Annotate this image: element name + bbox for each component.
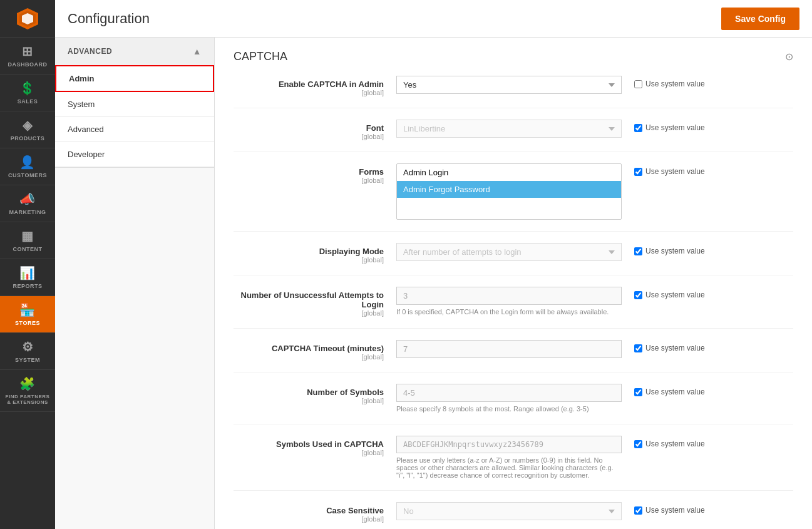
form-row-font: Font [global] LinLibertine Use system va…	[234, 120, 793, 152]
marketing-icon: 📣	[19, 192, 36, 207]
left-nav-item-system[interactable]: System	[55, 92, 214, 117]
displaying-mode-select[interactable]: After number of attempts to login Always	[396, 243, 622, 261]
form-control-number-of-symbols: Please specify 8 symbols at the most. Ra…	[396, 384, 622, 413]
dashboard-icon: ⊞	[22, 44, 33, 59]
left-nav-item-advanced[interactable]: Advanced	[55, 117, 214, 142]
enable-captcha-select[interactable]: Yes No	[396, 76, 622, 94]
sidebar-item-sales[interactable]: 💲 Sales	[0, 74, 55, 111]
form-control-case-sensitive: No Yes	[396, 502, 622, 520]
form-row-unsuccessful-attempts: Number of Unsuccessful Attempts to Login…	[234, 287, 793, 329]
sales-icon: 💲	[19, 81, 36, 96]
main-panel: CAPTCHA ⊙ Enable CAPTCHA in Admin [globa…	[215, 38, 812, 529]
form-row-number-of-symbols: Number of Symbols [global] Please specif…	[234, 384, 793, 424]
form-control-enable-captcha: Yes No	[396, 76, 622, 94]
left-nav-item-admin[interactable]: Admin	[55, 65, 214, 92]
system-value-checkbox-displaying-mode[interactable]	[634, 247, 642, 255]
main-container: Configuration Save Config Advanced ▲ Adm…	[55, 0, 812, 529]
system-value-checkbox-captcha-timeout[interactable]	[634, 344, 642, 352]
sidebar-item-label: Marketing	[9, 209, 46, 215]
form-control-font: LinLibertine	[396, 120, 622, 138]
left-nav-item-developer[interactable]: Developer	[55, 142, 214, 167]
sidebar-item-products[interactable]: ◈ Products	[0, 111, 55, 148]
symbols-used-hint: Please use only letters (a-z or A-Z) or …	[396, 456, 622, 479]
content-icon: ▦	[21, 229, 34, 244]
section-collapse-icon[interactable]: ⊙	[785, 51, 793, 63]
form-label-symbols-used: Symbols Used in CAPTCHA [global]	[234, 436, 396, 456]
sidebar-item-dashboard[interactable]: ⊞ Dashboard	[0, 38, 55, 74]
system-value-checkbox-number-of-symbols[interactable]	[634, 388, 642, 396]
form-control-unsuccessful-attempts: If 0 is specified, CAPTCHA on the Login …	[396, 287, 622, 316]
reports-icon: 📊	[19, 265, 36, 280]
system-icon: ⚙	[22, 339, 34, 354]
form-row-displaying-mode: Displaying Mode [global] After number of…	[234, 243, 793, 275]
system-value-font: Use system value	[634, 120, 705, 132]
system-value-checkbox-case-sensitive[interactable]	[634, 506, 642, 515]
unsuccessful-attempts-input[interactable]	[396, 287, 622, 305]
sidebar-item-label: Reports	[13, 283, 42, 289]
top-header: Configuration Save Config	[55, 0, 812, 38]
stores-icon: 🏪	[19, 302, 36, 317]
system-value-forms: Use system value	[634, 163, 705, 176]
left-nav-advanced-section: Advanced ▲ Admin System Advanced Develop…	[55, 38, 214, 168]
symbols-used-input[interactable]	[396, 436, 622, 453]
captcha-timeout-input[interactable]	[396, 340, 622, 358]
sidebar-item-content[interactable]: ▦ Content	[0, 222, 55, 259]
content-area: Advanced ▲ Admin System Advanced Develop…	[55, 38, 812, 529]
form-label-captcha-timeout: CAPTCHA Timeout (minutes) [global]	[234, 340, 396, 361]
forms-option-admin-login[interactable]: Admin Login	[397, 164, 621, 181]
save-config-button[interactable]: Save Config	[721, 8, 799, 30]
sidebar-item-system[interactable]: ⚙ System	[0, 333, 55, 370]
customers-icon: 👤	[19, 155, 36, 170]
forms-option-admin-forgot-password[interactable]: Admin Forgot Password	[397, 181, 621, 198]
chevron-up-icon: ▲	[193, 46, 202, 56]
forms-listbox[interactable]: Admin Login Admin Forgot Password	[396, 163, 622, 220]
sidebar-item-label: Products	[11, 135, 45, 141]
system-value-symbols-used: Use system value	[634, 436, 705, 448]
left-nav: Advanced ▲ Admin System Advanced Develop…	[55, 38, 215, 529]
system-value-checkbox-unsuccessful-attempts[interactable]	[634, 291, 642, 299]
form-control-displaying-mode: After number of attempts to login Always	[396, 243, 622, 261]
sidebar-item-label: System	[15, 357, 40, 363]
sidebar-item-partners[interactable]: 🧩 Find Partners & Extensions	[0, 370, 55, 412]
sidebar: ⊞ Dashboard 💲 Sales ◈ Products 👤 Custome…	[0, 0, 55, 529]
font-select[interactable]: LinLibertine	[396, 120, 622, 138]
section-header-label: Advanced	[68, 47, 112, 56]
sidebar-item-customers[interactable]: 👤 Customers	[0, 148, 55, 185]
system-value-displaying-mode: Use system value	[634, 243, 705, 255]
form-row-enable-captcha: Enable CAPTCHA in Admin [global] Yes No …	[234, 76, 793, 108]
form-control-forms: Admin Login Admin Forgot Password	[396, 163, 622, 220]
system-value-enable-captcha: Use system value	[634, 76, 705, 88]
form-control-captcha-timeout	[396, 340, 622, 358]
unsuccessful-attempts-hint: If 0 is specified, CAPTCHA on the Login …	[396, 308, 622, 316]
form-row-case-sensitive: Case Sensitive [global] No Yes Use syste…	[234, 502, 793, 529]
products-icon: ◈	[23, 118, 33, 133]
page-title: Configuration	[68, 11, 150, 27]
sidebar-item-label: Sales	[18, 98, 38, 105]
form-label-case-sensitive: Case Sensitive [global]	[234, 502, 396, 523]
form-row-forms: Forms [global] Admin Login Admin Forgot …	[234, 163, 793, 232]
left-nav-section-header[interactable]: Advanced ▲	[55, 38, 214, 65]
form-label-enable-captcha: Enable CAPTCHA in Admin [global]	[234, 76, 396, 96]
system-value-checkbox-enable-captcha[interactable]	[634, 80, 642, 88]
sidebar-item-label: Customers	[8, 172, 47, 178]
system-value-checkbox-forms[interactable]	[634, 168, 642, 176]
system-value-captcha-timeout: Use system value	[634, 340, 705, 352]
sidebar-item-reports[interactable]: 📊 Reports	[0, 259, 55, 296]
number-of-symbols-input[interactable]	[396, 384, 622, 402]
sidebar-item-label: Find Partners & Extensions	[3, 394, 52, 405]
system-value-case-sensitive: Use system value	[634, 502, 705, 515]
sidebar-logo	[0, 0, 55, 38]
system-value-number-of-symbols: Use system value	[634, 384, 705, 396]
system-value-unsuccessful-attempts: Use system value	[634, 287, 705, 299]
system-value-checkbox-symbols-used[interactable]	[634, 440, 642, 448]
system-value-checkbox-font[interactable]	[634, 124, 642, 132]
form-label-number-of-symbols: Number of Symbols [global]	[234, 384, 396, 404]
sidebar-item-marketing[interactable]: 📣 Marketing	[0, 185, 55, 222]
form-row-symbols-used: Symbols Used in CAPTCHA [global] Please …	[234, 436, 793, 491]
form-label-forms: Forms [global]	[234, 163, 396, 184]
case-sensitive-select[interactable]: No Yes	[396, 502, 622, 520]
form-label-displaying-mode: Displaying Mode [global]	[234, 243, 396, 264]
sidebar-item-label: Dashboard	[8, 61, 48, 68]
sidebar-item-stores[interactable]: 🏪 Stores	[0, 296, 55, 333]
section-title: CAPTCHA ⊙	[234, 50, 793, 63]
